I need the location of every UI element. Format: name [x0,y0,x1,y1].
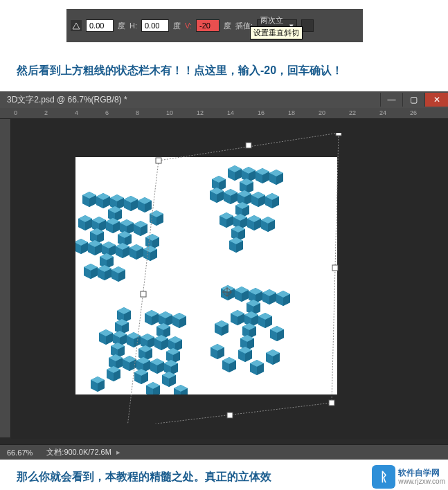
svg-rect-3 [329,400,334,406]
svg-rect-7 [227,412,233,418]
ruler-tick: 22 [349,109,356,116]
ruler-tick: 18 [288,109,295,116]
svg-rect-2 [336,133,341,136]
h-label: H: [129,21,137,30]
cancel-button[interactable] [301,19,314,32]
ruler-tick: 4 [75,109,78,116]
angle-icon [71,20,82,31]
angle-unit: 度 [118,21,125,31]
watermark-logo-icon: ᚱ [372,465,395,489]
h-input[interactable]: 0.00 [141,19,169,32]
transform-center-icon [222,287,232,297]
doc-info-value: 900.0K/72.6M [64,448,111,456]
watermark: ᚱ 软件自学网 www.rjzxw.com [372,465,445,489]
status-bar: 66.67% 文档:900.0K/72.6M ▸ [0,444,448,460]
ruler-tick: 10 [166,109,173,116]
document-title: 3D文字2.psd @ 66.7%(RGB/8) * [7,94,127,106]
ruler-tick: 20 [319,109,325,116]
v-label: V: [185,21,192,30]
watermark-url: www.rjzxw.com [398,478,445,486]
v-unit: 度 [224,21,231,31]
h-unit: 度 [173,21,181,31]
ps-window: 3D文字2.psd @ 66.7%(RGB/8) * — ▢ ✕ 0246810… [0,91,448,460]
canvas-area[interactable] [11,119,448,439]
caption-1: 然后看到上方粗线的状态栏木有！！点这里，输入-20，回车确认！ [17,64,343,78]
doc-info-label: 文档: [46,448,64,456]
titlebar: 3D文字2.psd @ 66.7%(RGB/8) * — ▢ ✕ [0,91,448,108]
tooltip: 设置垂直斜切 [250,26,303,39]
svg-rect-5 [246,143,251,148]
cube-text-artwork [75,157,337,394]
maximize-button[interactable]: ▢ [402,93,424,107]
minimize-button[interactable]: — [380,93,402,107]
close-button[interactable]: ✕ [424,93,448,107]
ruler-vertical[interactable] [0,119,11,437]
options-bar: 0.00 度 H: 0.00 度 V: -20 度 插值: 两次立方 ▾ [66,9,363,42]
ruler-tick: 26 [410,109,417,116]
ruler-tick: 2 [44,109,48,116]
ruler-tick: 24 [379,109,386,116]
arrow-right-icon[interactable]: ▸ [116,448,120,456]
ruler-horizontal[interactable]: 02468101214161820222426 [0,108,448,119]
v-input[interactable]: -20 [196,19,219,32]
ruler-tick: 6 [105,109,109,116]
ruler-tick: 8 [136,109,139,116]
ruler-tick: 14 [227,109,234,116]
watermark-title: 软件自学网 [398,468,445,478]
ruler-tick: 0 [14,109,17,116]
ruler-tick: 16 [258,109,265,116]
caption-2: 那么你就会看到，本教程的精髓之处。真正的立体效 [17,470,271,484]
ruler-tick: 12 [197,109,204,116]
zoom-level[interactable]: 66.67% [7,448,33,457]
angle-input[interactable]: 0.00 [86,19,114,32]
